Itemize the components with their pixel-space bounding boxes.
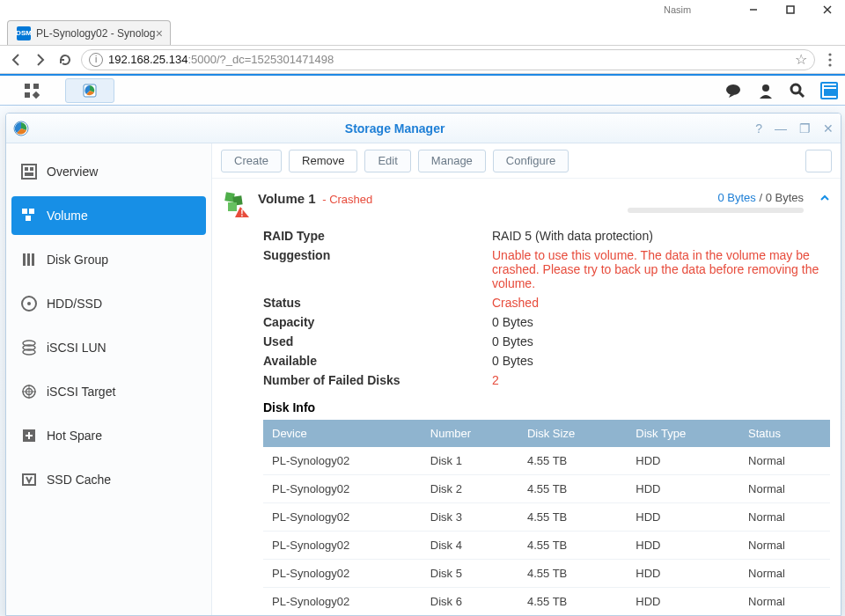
col-status: Status <box>739 420 830 447</box>
cell-number: Disk 2 <box>422 475 518 503</box>
raid-type-label: RAID Type <box>263 229 492 243</box>
cell-status: Normal <box>739 532 830 560</box>
table-row[interactable]: PL-Synology02Disk 44.55 TBHDDNormal <box>263 532 830 560</box>
tab-close-icon[interactable]: × <box>156 26 163 40</box>
sidebar-item-label: Volume <box>47 209 88 223</box>
storage-manager-window: Storage Manager ? — ❐ ✕ Overview Volume <box>5 113 841 616</box>
suggestion-label: Suggestion <box>263 248 492 290</box>
sidebar-item-volume[interactable]: Volume <box>11 196 206 235</box>
browser-tabstrip: DSM PL-Synology02 - Synolog × <box>0 19 845 46</box>
sidebar-item-label: SSD Cache <box>47 473 111 487</box>
used-label: Used <box>263 334 492 348</box>
svg-rect-27 <box>27 253 30 266</box>
svg-rect-10 <box>33 91 40 98</box>
edit-button[interactable]: Edit <box>364 150 410 172</box>
dsm-taskbar <box>0 74 845 106</box>
sm-main: Create Remove Edit Manage Configure ! <box>212 143 841 615</box>
svg-point-30 <box>27 302 31 305</box>
dsm-user-button[interactable] <box>757 82 775 99</box>
browser-menu-button[interactable] <box>822 52 838 68</box>
create-button[interactable]: Create <box>221 150 282 172</box>
table-row[interactable]: PL-Synology02Disk 64.55 TBHDDNormal <box>263 588 830 616</box>
sidebar-item-overview[interactable]: Overview <box>11 152 206 191</box>
cell-number: Disk 6 <box>422 588 518 616</box>
address-bar[interactable]: i 192.168.25.134:5000/?_dc=1525301471498… <box>81 49 815 70</box>
sidebar-item-hdd-ssd[interactable]: HDD/SSD <box>11 284 206 323</box>
disk-group-icon <box>20 251 38 268</box>
sm-toolbar: Create Remove Edit Manage Configure <box>212 143 841 179</box>
site-info-icon[interactable]: i <box>89 53 103 67</box>
cell-type: HDD <box>627 560 739 588</box>
volume-icon <box>20 207 38 224</box>
disk-info-heading: Disk Info <box>263 390 830 420</box>
sm-app-icon <box>13 121 29 136</box>
window-minimize-button[interactable] <box>741 2 766 18</box>
cell-device: PL-Synology02 <box>263 475 422 503</box>
iscsi-lun-icon <box>20 339 38 356</box>
cell-size: 4.55 TB <box>518 447 627 475</box>
cell-size: 4.55 TB <box>518 560 627 588</box>
svg-rect-16 <box>823 84 836 97</box>
sm-maximize-button[interactable]: ❐ <box>799 121 811 136</box>
sm-help-button[interactable]: ? <box>755 121 762 136</box>
table-row[interactable]: PL-Synology02Disk 34.55 TBHDDNormal <box>263 503 830 532</box>
sm-titlebar[interactable]: Storage Manager ? — ❐ ✕ <box>6 114 841 143</box>
dsm-widgets-button[interactable] <box>820 82 838 99</box>
os-titlebar: Nasim <box>0 0 845 19</box>
remove-button[interactable]: Remove <box>289 150 357 172</box>
status-label: Status <box>263 296 492 310</box>
cell-device: PL-Synology02 <box>263 588 422 616</box>
failed-disks-label: Number of Failed Disks <box>263 373 492 387</box>
cell-device: PL-Synology02 <box>263 447 422 475</box>
configure-button[interactable]: Configure <box>493 150 569 172</box>
sm-close-button[interactable]: ✕ <box>823 121 834 136</box>
bookmark-star-icon[interactable]: ☆ <box>795 51 807 68</box>
svg-rect-19 <box>22 165 36 179</box>
nav-reload-button[interactable] <box>56 51 74 69</box>
sidebar-item-iscsi-lun[interactable]: iSCSI LUN <box>11 328 206 367</box>
sidebar-item-label: Overview <box>47 165 98 179</box>
browser-tab[interactable]: DSM PL-Synology02 - Synolog × <box>7 20 171 45</box>
cell-number: Disk 4 <box>422 532 518 560</box>
dsm-notifications-button[interactable] <box>725 82 743 99</box>
manage-button[interactable]: Manage <box>418 150 486 172</box>
table-row[interactable]: PL-Synology02Disk 24.55 TBHDDNormal <box>263 475 830 503</box>
cell-status: Normal <box>739 447 830 475</box>
sm-minimize-button[interactable]: — <box>775 121 787 136</box>
sidebar-item-disk-group[interactable]: Disk Group <box>11 240 206 279</box>
os-user-label: Nasim <box>664 4 691 15</box>
dsm-search-button[interactable] <box>789 82 806 99</box>
window-close-button[interactable] <box>815 2 840 18</box>
cell-size: 4.55 TB <box>518 503 627 532</box>
sidebar-item-label: Hot Spare <box>47 429 102 443</box>
sort-button[interactable] <box>805 150 832 172</box>
volume-properties: RAID TypeRAID 5 (With data protection) S… <box>223 226 830 615</box>
svg-rect-21 <box>30 167 33 171</box>
dsm-storage-manager-task[interactable] <box>65 78 114 103</box>
sidebar-item-ssd-cache[interactable]: SSD Cache <box>11 460 206 499</box>
dsm-main-menu-button[interactable] <box>7 78 56 103</box>
volume-usage-bar <box>628 208 804 213</box>
used-value: 0 Bytes <box>492 334 830 348</box>
svg-text:!: ! <box>240 209 243 217</box>
col-device: Device <box>263 420 422 447</box>
hdd-icon <box>20 295 38 312</box>
volume-used: 0 Bytes <box>717 191 755 204</box>
svg-point-13 <box>762 84 769 92</box>
volume-header[interactable]: ! Volume 1 - Crashed 0 Bytes / 0 Bytes <box>223 187 830 226</box>
collapse-chevron-icon[interactable] <box>819 193 830 203</box>
sm-content: ! Volume 1 - Crashed 0 Bytes / 0 Bytes <box>212 179 841 615</box>
cell-device: PL-Synology02 <box>263 503 422 532</box>
cell-size: 4.55 TB <box>518 532 627 560</box>
window-maximize-button[interactable] <box>778 2 803 18</box>
svg-rect-23 <box>22 209 27 214</box>
svg-rect-1 <box>787 6 794 13</box>
sidebar-item-hot-spare[interactable]: Hot Spare <box>11 416 206 455</box>
nav-forward-button[interactable] <box>32 51 49 69</box>
table-row[interactable]: PL-Synology02Disk 14.55 TBHDDNormal <box>263 447 830 475</box>
nav-back-button[interactable] <box>7 51 25 69</box>
sidebar-item-iscsi-target[interactable]: iSCSI Target <box>11 372 206 411</box>
table-row[interactable]: PL-Synology02Disk 54.55 TBHDDNormal <box>263 560 830 588</box>
failed-disks-value: 2 <box>492 373 830 387</box>
svg-point-12 <box>726 84 740 95</box>
